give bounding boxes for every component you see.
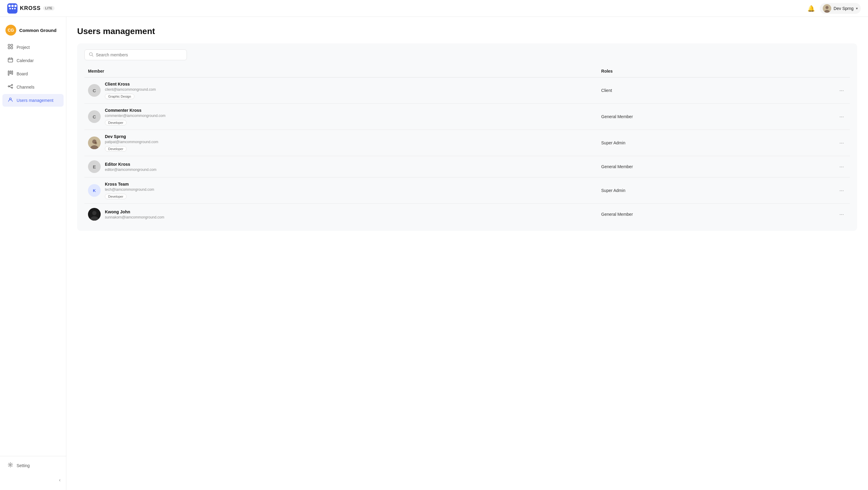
column-header-actions xyxy=(833,66,850,78)
more-options-button[interactable]: ··· xyxy=(837,186,846,195)
member-tag: Developer xyxy=(105,120,127,125)
workspace-item[interactable]: CG Common Ground xyxy=(0,22,66,38)
svg-point-20 xyxy=(10,464,11,466)
member-info: Kross Team tech@iamcommonground.com Deve… xyxy=(105,182,154,199)
svg-rect-6 xyxy=(11,47,13,49)
member-email: client@iamcommonground.com xyxy=(105,87,156,92)
more-options-button[interactable]: ··· xyxy=(837,139,846,147)
member-avatar xyxy=(88,208,101,221)
member-role: Super Admin xyxy=(598,130,833,156)
member-name: Editor Kross xyxy=(105,162,156,167)
member-role: Super Admin xyxy=(598,178,833,204)
sidebar-nav: Project Calendar xyxy=(0,41,66,454)
column-header-member: Member xyxy=(84,66,598,78)
svg-point-19 xyxy=(10,98,11,100)
workspace-name: Common Ground xyxy=(19,28,56,33)
member-name: Dev Sprng xyxy=(105,134,158,139)
calendar-icon xyxy=(8,57,13,64)
member-role: General Member xyxy=(598,204,833,225)
sidebar-item-board[interactable]: Board xyxy=(2,67,64,80)
member-tags: Developer xyxy=(105,194,154,199)
member-avatar: E xyxy=(88,160,101,173)
table-row: C Client Kross client@iamcommonground.co… xyxy=(84,78,850,104)
channels-icon xyxy=(8,84,13,90)
users-icon xyxy=(8,97,13,104)
member-info: Editor Kross editor@iamcommonground.com xyxy=(105,162,156,172)
member-info-cell: E Editor Kross editor@iamcommonground.co… xyxy=(88,160,594,173)
notification-icon[interactable]: 🔔 xyxy=(807,5,815,12)
sidebar: CG Common Ground Project xyxy=(0,17,66,490)
search-icon xyxy=(89,52,93,58)
member-name: Kwong John xyxy=(105,209,164,214)
sidebar-item-project[interactable]: Project xyxy=(2,41,64,54)
topbar-left: KROSS LITE xyxy=(7,3,55,13)
user-menu[interactable]: Dev Sprng ▾ xyxy=(820,3,861,14)
svg-point-1 xyxy=(826,6,829,9)
member-email: patipat@iamcommonground.com xyxy=(105,140,158,144)
sidebar-item-setting-label: Setting xyxy=(17,463,30,468)
member-cell-dev-spring: Dev Sprng patipat@iamcommonground.com De… xyxy=(84,130,598,156)
sidebar-item-setting[interactable]: Setting xyxy=(2,459,64,472)
column-header-roles: Roles xyxy=(598,66,833,78)
member-avatar: K xyxy=(88,184,101,197)
member-actions: ··· xyxy=(833,204,850,225)
member-tag: Graphic Design xyxy=(105,94,134,99)
topbar: KROSS LITE 🔔 Dev Sprng ▾ xyxy=(0,0,868,17)
member-info-cell: Kwong John sunnakorn@iamcommonground.com xyxy=(88,208,594,221)
table-row: Kwong John sunnakorn@iamcommonground.com… xyxy=(84,204,850,225)
sidebar-item-calendar[interactable]: Calendar xyxy=(2,54,64,67)
member-actions: ··· xyxy=(833,78,850,104)
member-cell-client-kross: C Client Kross client@iamcommonground.co… xyxy=(84,78,598,104)
member-tags: Graphic Design xyxy=(105,94,156,99)
member-tag: Developer xyxy=(105,146,127,152)
member-actions: ··· xyxy=(833,178,850,204)
member-info-cell: C Commenter Kross commenter@iamcommongro… xyxy=(88,108,594,125)
sidebar-item-channels-label: Channels xyxy=(17,85,34,90)
member-tags: Developer xyxy=(105,120,165,125)
svg-rect-7 xyxy=(8,58,13,62)
member-name: Kross Team xyxy=(105,182,154,187)
search-bar xyxy=(84,50,187,60)
sidebar-item-channels[interactable]: Channels xyxy=(2,81,64,93)
more-options-button[interactable]: ··· xyxy=(837,162,846,171)
svg-point-15 xyxy=(11,84,13,86)
more-options-button[interactable]: ··· xyxy=(837,210,846,219)
member-cell-commenter-kross: C Commenter Kross commenter@iamcommongro… xyxy=(84,104,598,130)
topbar-right: 🔔 Dev Sprng ▾ xyxy=(807,3,861,14)
sidebar-collapse-button[interactable]: ‹ xyxy=(0,475,66,485)
svg-rect-4 xyxy=(11,44,13,46)
sidebar-item-users-management[interactable]: Users management xyxy=(2,94,64,107)
member-name: Client Kross xyxy=(105,82,156,87)
member-avatar xyxy=(88,136,101,149)
member-info: Dev Sprng patipat@iamcommonground.com De… xyxy=(105,134,158,152)
member-avatar: C xyxy=(88,110,101,123)
more-options-button[interactable]: ··· xyxy=(837,113,846,121)
project-icon xyxy=(8,44,13,51)
members-table: Member Roles C Client Kross client@iamco… xyxy=(84,66,850,225)
svg-line-22 xyxy=(92,56,93,57)
svg-line-17 xyxy=(9,85,11,87)
member-email: tech@iamcommonground.com xyxy=(105,187,154,192)
more-options-button[interactable]: ··· xyxy=(837,86,846,95)
member-email: editor@iamcommonground.com xyxy=(105,167,156,172)
main-content: Users management Member Roles xyxy=(66,17,868,490)
svg-rect-5 xyxy=(8,47,10,49)
member-tags: Developer xyxy=(105,146,158,152)
member-info-cell: K Kross Team tech@iamcommonground.com De… xyxy=(88,182,594,199)
workspace-avatar: CG xyxy=(5,25,16,36)
member-role: Client xyxy=(598,78,833,104)
setting-icon xyxy=(8,462,13,469)
table-row: C Commenter Kross commenter@iamcommongro… xyxy=(84,104,850,130)
search-input[interactable] xyxy=(96,53,182,57)
member-email: sunnakorn@iamcommonground.com xyxy=(105,215,164,219)
member-info-cell: C Client Kross client@iamcommonground.co… xyxy=(88,82,594,99)
table-row: K Kross Team tech@iamcommonground.com De… xyxy=(84,178,850,204)
sidebar-item-board-label: Board xyxy=(17,71,28,76)
svg-point-16 xyxy=(11,87,13,88)
svg-line-18 xyxy=(9,87,11,88)
member-actions: ··· xyxy=(833,156,850,178)
sidebar-item-project-label: Project xyxy=(17,45,30,50)
member-actions: ··· xyxy=(833,130,850,156)
svg-rect-11 xyxy=(8,71,9,75)
member-role: General Member xyxy=(598,156,833,178)
